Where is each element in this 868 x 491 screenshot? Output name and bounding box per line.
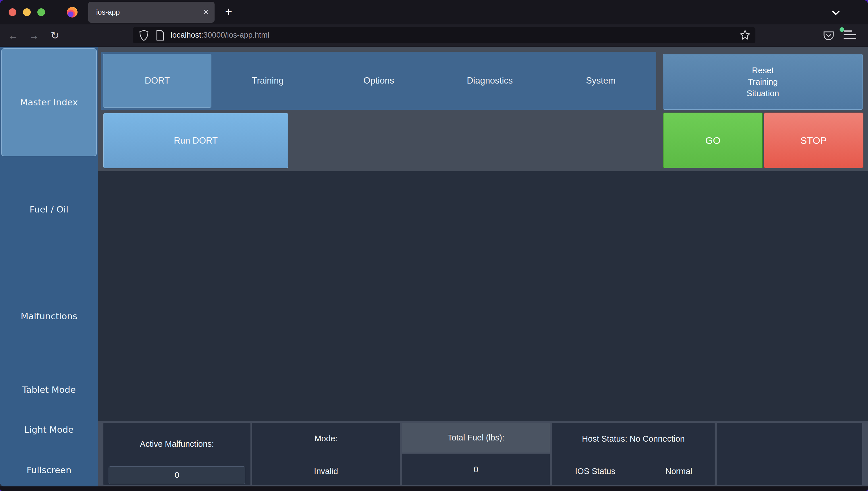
mode-value: Invalid <box>252 465 400 477</box>
list-all-tabs-chevron-icon[interactable] <box>830 6 842 19</box>
bookmark-star-icon[interactable] <box>739 29 751 41</box>
browser-toolbar: ← → ↻ localhost:30000/ios-app.html <box>0 24 868 47</box>
macos-traffic-lights <box>9 8 45 16</box>
tab-system[interactable]: System <box>545 52 657 110</box>
window-zoom-button[interactable] <box>37 8 45 16</box>
browser-window: ios-app ✕ + ← → ↻ local <box>0 0 868 491</box>
stop-button[interactable]: STOP <box>764 113 863 168</box>
sidebar-item-light-mode[interactable]: Light Mode <box>0 423 98 436</box>
go-button[interactable]: GO <box>663 113 763 168</box>
window-close-button[interactable] <box>9 8 17 16</box>
total-fuel-label: Total Fuel (lbs): <box>402 423 550 453</box>
browser-tab-strip: ios-app ✕ + <box>0 0 868 24</box>
tracking-protection-shield-icon[interactable] <box>139 30 149 41</box>
back-button[interactable]: ← <box>5 24 21 47</box>
sidebar-item-fullscreen[interactable]: Fullscreen <box>0 464 98 476</box>
run-dort-button[interactable]: Run DORT <box>104 113 288 168</box>
empty-status-panel <box>717 423 862 485</box>
firefox-logo-icon <box>67 7 78 18</box>
reload-button[interactable]: ↻ <box>47 24 63 47</box>
active-malfunctions-label: Active Malfunctions: <box>104 438 251 450</box>
sidebar-item-label: Master Index <box>20 97 78 107</box>
pocket-icon[interactable] <box>821 28 836 43</box>
app-menu-hamburger-icon[interactable] <box>843 28 857 43</box>
tab-diagnostics[interactable]: Diagnostics <box>434 52 545 110</box>
host-status-panel: Host Status: No Connection IOS Status No… <box>552 423 715 485</box>
sidebar-item-master-index[interactable]: Master Index <box>1 48 97 156</box>
ios-status-label: IOS Status <box>575 465 615 477</box>
sidebar-item-malfunctions[interactable]: Malfunctions <box>0 310 98 322</box>
window-minimize-button[interactable] <box>23 8 31 16</box>
url-text: localhost:30000/ios-app.html <box>171 31 269 40</box>
menu-notification-badge <box>840 27 844 32</box>
sidebar-item-fuel-oil[interactable]: Fuel / Oil <box>0 203 98 215</box>
tab-close-icon[interactable]: ✕ <box>197 8 214 17</box>
header-band: DORT Training Options Diagnostics System… <box>98 47 868 171</box>
status-bar: Active Malfunctions: 0 Mode: Invalid Tot… <box>98 421 868 486</box>
mode-panel: Mode: Invalid <box>252 423 400 485</box>
reset-training-situation-button[interactable]: Reset Training Situation <box>663 54 863 110</box>
ios-status-value: Normal <box>666 465 692 477</box>
mode-label: Mode: <box>252 433 400 444</box>
app-tab-bar: DORT Training Options Diagnostics System <box>101 52 656 110</box>
page-document-icon[interactable] <box>156 30 164 41</box>
url-bar[interactable]: localhost:30000/ios-app.html <box>133 27 755 44</box>
browser-tab-active[interactable]: ios-app ✕ <box>88 2 214 23</box>
total-fuel-value: 0 <box>402 454 550 485</box>
sidebar: Master Index Fuel / Oil Malfunctions Tab… <box>0 47 98 486</box>
host-status-text: Host Status: No Connection <box>552 433 715 444</box>
ios-app-page: Master Index Fuel / Oil Malfunctions Tab… <box>0 47 868 486</box>
window-bottom-edge <box>0 486 868 491</box>
tab-title: ios-app <box>88 8 197 17</box>
sidebar-item-tablet-mode[interactable]: Tablet Mode <box>0 383 98 396</box>
active-malfunctions-panel: Active Malfunctions: 0 <box>104 423 251 485</box>
active-malfunctions-value: 0 <box>109 466 245 484</box>
tab-options[interactable]: Options <box>323 52 435 110</box>
tab-dort[interactable]: DORT <box>103 54 211 108</box>
new-tab-button[interactable]: + <box>221 4 237 20</box>
ios-status-row: IOS Status Normal <box>552 465 715 477</box>
tab-training[interactable]: Training <box>212 52 323 110</box>
forward-button[interactable]: → <box>26 24 42 47</box>
